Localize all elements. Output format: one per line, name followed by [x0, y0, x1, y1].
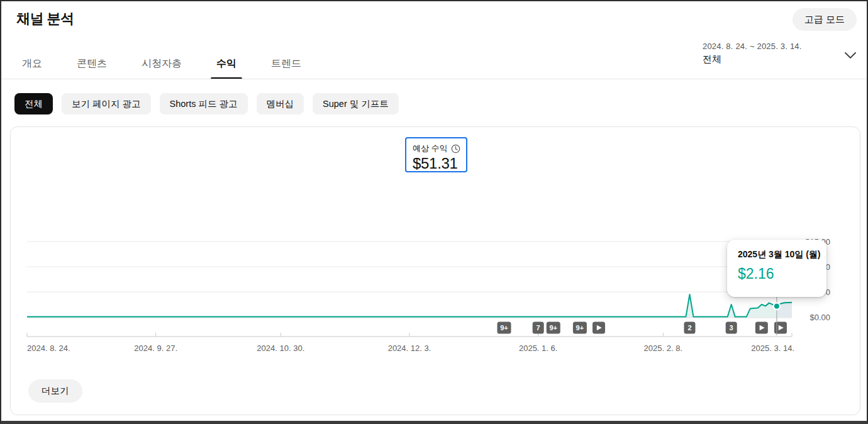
tooltip-value: $2.16: [738, 265, 816, 282]
x-axis-label: 2024. 12. 3.: [388, 343, 431, 353]
y-axis-label: $0.00: [810, 313, 830, 322]
date-range-selected: 전체: [703, 53, 802, 65]
tab-overview[interactable]: 개요: [16, 48, 48, 79]
chip-watch-page-ads[interactable]: 보기 페이지 광고: [62, 93, 151, 114]
analytics-window: 채널 분석 고급 모드 개요콘텐츠시청자층수익트렌드 2024. 8. 24. …: [0, 0, 868, 424]
tab-audience[interactable]: 시청자층: [136, 48, 187, 79]
x-axis-label: 2024. 9. 27.: [134, 343, 177, 353]
date-range-filter[interactable]: 2024. 8. 24. ~ 2025. 3. 14. 전체: [703, 42, 802, 65]
video-marker-count: 2: [687, 324, 691, 332]
page-title: 채널 분석: [16, 9, 74, 28]
date-range-text: 2024. 8. 24. ~ 2025. 3. 14.: [703, 42, 802, 51]
video-marker-count: 9+: [549, 324, 557, 332]
chip-supers-and-gifts[interactable]: Super 및 기프트: [313, 93, 399, 114]
chip-memberships[interactable]: 멤버십: [257, 93, 304, 114]
see-more-button[interactable]: 더보기: [28, 379, 82, 403]
revenue-line: [27, 294, 792, 317]
clock-icon: [451, 144, 460, 153]
x-axis-label: 2024. 10. 30.: [257, 343, 304, 353]
revenue-type-chips: 전체보기 페이지 광고Shorts 피드 광고멤버십Super 및 기프트: [14, 93, 399, 114]
tabs-divider: [1, 79, 867, 79]
video-marker-count: 9+: [500, 324, 508, 332]
tooltip-date: 2025년 3월 10일 (월): [738, 249, 816, 260]
video-marker-count: 7: [537, 324, 540, 332]
chip-shorts-feed-ads[interactable]: Shorts 피드 광고: [160, 93, 248, 114]
tab-content[interactable]: 콘텐츠: [71, 48, 113, 79]
advanced-mode-button[interactable]: 고급 모드: [793, 8, 857, 31]
x-axis-label: 2025. 3. 14.: [751, 343, 794, 353]
chart-tooltip: 2025년 3월 10일 (월) $2.16: [727, 240, 826, 297]
analytics-tabs: 개요콘텐츠시청자층수익트렌드: [16, 48, 307, 79]
tab-revenue[interactable]: 수익: [211, 48, 242, 79]
x-axis-label: 2025. 2. 8.: [644, 343, 682, 353]
hover-dot[interactable]: [774, 303, 780, 310]
video-marker-count: 3: [730, 324, 733, 332]
revenue-area-fill: [27, 294, 792, 317]
chevron-down-icon[interactable]: [844, 52, 857, 59]
x-axis-label: 2025. 1. 6.: [519, 343, 557, 353]
video-marker-count: 9+: [576, 324, 584, 332]
metric-label: 예상 수익: [413, 143, 448, 154]
chip-all[interactable]: 전체: [14, 93, 53, 114]
estimated-revenue-metric[interactable]: 예상 수익 $51.31: [405, 137, 467, 172]
tab-trends[interactable]: 트렌드: [265, 48, 307, 79]
metric-value: $51.31: [413, 155, 466, 172]
x-axis-label: 2024. 8. 24.: [27, 343, 70, 353]
chart-card: $0.00$5.00$10.00$15.002024. 8. 24.2024. …: [10, 126, 860, 415]
